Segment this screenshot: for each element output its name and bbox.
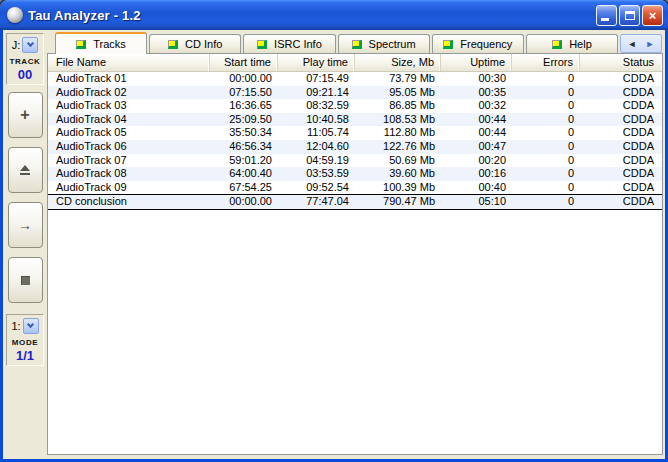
minimize-button[interactable] [596,5,617,26]
tab-label: Tracks [93,38,126,50]
column-header-uptime[interactable]: Uptime [441,54,512,71]
scroll-tabs-left-icon[interactable]: ◄ [628,39,637,49]
table-cell: 67:54.25 [210,181,278,195]
table-cell: 39.60 Mb [355,167,441,181]
table-cell: AudioTrack 09 [48,181,210,195]
mode-select-value: 1: [11,320,20,332]
column-header-status[interactable]: Status [580,54,662,71]
stop-button[interactable] [8,257,43,303]
close-icon: × [643,6,662,25]
table-row[interactable]: AudioTrack 0759:01.2004:59.1950.69 Mb00:… [48,154,662,168]
table-cell: 0 [512,126,580,140]
table-cell: AudioTrack 05 [48,126,210,140]
table-cell: 0 [512,72,580,86]
table-cell: AudioTrack 08 [48,167,210,181]
table-cell: 07:15.49 [278,72,355,86]
table-cell: AudioTrack 04 [48,113,210,127]
maximize-button[interactable] [619,5,640,26]
table-cell: 100.39 Mb [355,181,441,195]
column-header-start-time[interactable]: Start time [210,54,278,71]
tab-tracks[interactable]: Tracks [55,32,147,54]
mode-select-dropdown-button[interactable] [23,318,39,334]
table-row[interactable]: AudioTrack 0425:09.5010:40.58108.53 Mb00… [48,113,662,127]
table-row[interactable]: AudioTrack 0967:54.2509:52.54100.39 Mb00… [48,181,662,195]
table-row[interactable]: AudioTrack 0316:36.6508:32.5986.85 Mb00:… [48,99,662,113]
stop-icon [21,276,30,285]
arrow-right-icon: → [18,218,32,232]
table-cell: 86.85 Mb [355,99,441,113]
drive-select-dropdown-button[interactable] [22,37,38,53]
app-icon [7,7,23,23]
table-cell: CDDA [580,113,662,127]
tab-frequency[interactable]: Frequency [432,34,524,53]
minimize-icon [601,18,609,21]
tab-label: Spectrum [369,38,416,50]
column-header-file-name[interactable]: File Name [48,54,210,71]
table-cell: CDDA [580,195,662,209]
title-bar[interactable]: Tau Analyzer - 1.2 × [0,0,668,30]
tab-cd-info[interactable]: CD Info [149,34,241,53]
tab-label: CD Info [185,38,222,50]
table-cell: 95.05 Mb [355,86,441,100]
mode-value: 1/1 [16,348,34,363]
scroll-tabs-right-icon[interactable]: ► [646,39,655,49]
table-cell: 00:20 [441,154,512,168]
table-cell: CDDA [580,140,662,154]
table-cell: 73.79 Mb [355,72,441,86]
tab-isrc-info[interactable]: ISRC Info [243,34,335,53]
tab-label: Frequency [460,38,512,50]
column-header-size-mb[interactable]: Size, Mb [355,54,441,71]
table-cell: 00:00.00 [210,195,278,209]
table-cell: CDDA [580,86,662,100]
table-cell: 790.47 Mb [355,195,441,209]
table-cell: CDDA [580,167,662,181]
table-cell: 0 [512,195,580,209]
mode-panel: 1: MODE 1/1 [6,314,44,366]
table-cell: 00:00.00 [210,72,278,86]
sidebar: J: TRACK 00 + → [3,30,46,459]
table-cell: 0 [512,113,580,127]
column-header-play-time[interactable]: Play time [278,54,355,71]
table-cell: 00:47 [441,140,512,154]
table-cell: AudioTrack 02 [48,86,210,100]
drive-select-value: J: [12,39,21,51]
tracks-tab-page: File NameStart timePlay timeSize, MbUpti… [47,53,663,455]
tab-help[interactable]: Help [526,34,618,53]
table-header: File NameStart timePlay timeSize, MbUpti… [48,54,662,72]
maximize-icon [625,11,635,20]
table-cell: 35:50.34 [210,126,278,140]
tab-spectrum[interactable]: Spectrum [338,34,430,53]
table-row[interactable]: AudioTrack 0646:56.3412:04.60122.76 Mb00… [48,140,662,154]
add-track-button[interactable]: + [8,92,43,138]
eject-button[interactable] [8,147,43,193]
table-cell: 00:44 [441,113,512,127]
table-row[interactable]: AudioTrack 0535:50.3411:05.74112.80 Mb00… [48,126,662,140]
column-header-errors[interactable]: Errors [512,54,580,71]
table-row[interactable]: AudioTrack 0207:15.5009:21.1495.05 Mb00:… [48,86,662,100]
table-cell: 59:01.20 [210,154,278,168]
eject-icon [20,165,30,171]
table-cell: 0 [512,181,580,195]
table-cell: 0 [512,99,580,113]
table-cell: 0 [512,140,580,154]
table-cell: 112.80 Mb [355,126,441,140]
table-row[interactable]: AudioTrack 0864:00.4003:53.5939.60 Mb00:… [48,167,662,181]
tab-flag-icon [552,40,562,49]
tab-scroller: ◄ ► [620,34,662,53]
window-title: Tau Analyzer - 1.2 [28,8,596,23]
table-cell: 122.76 Mb [355,140,441,154]
table-cell: 00:30 [441,72,512,86]
tab-flag-icon [352,40,362,49]
tab-label: ISRC Info [274,38,322,50]
table-cell: 00:32 [441,99,512,113]
table-cell: 108.53 Mb [355,113,441,127]
table-row[interactable]: AudioTrack 0100:00.0007:15.4973.79 Mb00:… [48,72,662,86]
table-cell: CDDA [580,99,662,113]
summary-row[interactable]: CD conclusion00:00.0077:47.04790.47 Mb05… [48,194,662,210]
table-cell: 11:05.74 [278,126,355,140]
play-button[interactable]: → [8,202,43,248]
table-cell: 07:15.50 [210,86,278,100]
close-button[interactable]: × [642,5,663,26]
table-cell: 0 [512,86,580,100]
table-cell: 10:40.58 [278,113,355,127]
